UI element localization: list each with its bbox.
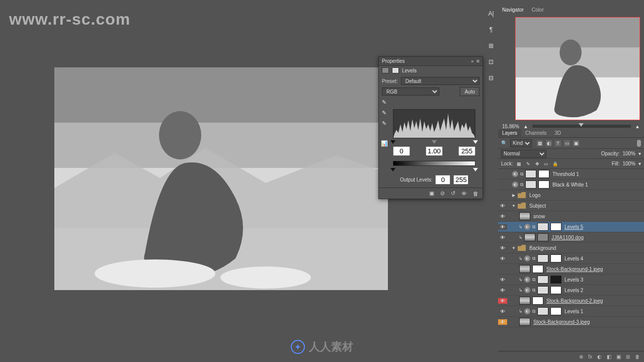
lock-paint-icon[interactable]: ✎ xyxy=(525,161,531,167)
properties-footer-icon-0[interactable]: ▣ xyxy=(429,190,434,197)
properties-footer-icon-4[interactable]: 🗑 xyxy=(473,191,478,197)
layer-name[interactable]: Levels 3 xyxy=(565,277,583,283)
layers-footer-icon-6[interactable]: 🗑 xyxy=(635,354,640,359)
layers-footer-icon-5[interactable]: ⊞ xyxy=(626,354,630,359)
layer-name[interactable]: snow xyxy=(533,214,545,219)
layer-thumbnail[interactable] xyxy=(537,223,548,231)
layer-visibility-toggle[interactable]: 👁 xyxy=(498,288,507,293)
output-gradient[interactable] xyxy=(393,161,475,166)
layer-row-7[interactable]: 👁▼Background xyxy=(498,243,644,253)
toolstrip-icon-0[interactable]: A| xyxy=(486,9,496,18)
layer-row-6[interactable]: 👁↳JJ8A1100.dog xyxy=(498,232,644,243)
white-eyedropper-icon[interactable]: ✎ xyxy=(382,120,386,127)
layer-row-10[interactable]: 👁↳◐⧉Levels 3 xyxy=(498,275,644,285)
layer-name[interactable]: Logo xyxy=(529,193,540,198)
layer-thumbnail[interactable] xyxy=(519,297,530,305)
filter-pixel-icon[interactable]: ▦ xyxy=(537,140,543,146)
layer-list[interactable]: ◐⧉Threshold 1◐⧉Black & White 1▶Logo👁▼Sub… xyxy=(498,169,644,351)
properties-footer-icon-2[interactable]: ↺ xyxy=(451,190,455,197)
toolstrip-icon-2[interactable]: ⊞ xyxy=(486,41,496,50)
layer-name[interactable]: Threshold 1 xyxy=(552,171,579,177)
layer-name[interactable]: Levels 4 xyxy=(565,256,583,261)
layer-thumbnail[interactable] xyxy=(537,307,548,315)
filter-shape-icon[interactable]: ▭ xyxy=(564,140,570,146)
filter-adjust-icon[interactable]: ◐ xyxy=(546,140,552,146)
link-icon[interactable]: ⧉ xyxy=(519,182,524,188)
output-black-field[interactable] xyxy=(435,175,450,185)
layer-visibility-toggle[interactable]: 👁 xyxy=(498,203,507,209)
layer-visibility-toggle[interactable]: 👁 xyxy=(498,235,507,240)
properties-footer-icon-3[interactable]: 👁 xyxy=(461,191,467,197)
lock-artboard-icon[interactable]: ▭ xyxy=(543,161,549,167)
tab-channels[interactable]: Channels xyxy=(521,129,550,137)
layer-thumbnail[interactable] xyxy=(525,170,536,178)
layer-row-2[interactable]: ▶Logo xyxy=(498,190,644,201)
layer-visibility-toggle[interactable]: 👁 xyxy=(498,245,507,251)
link-icon[interactable]: ⧉ xyxy=(531,309,536,314)
output-white-field[interactable] xyxy=(453,175,468,185)
layer-mask-thumbnail[interactable] xyxy=(537,233,548,241)
layer-row-3[interactable]: 👁▼Subject xyxy=(498,201,644,211)
tab-navigator[interactable]: Navigator xyxy=(498,6,528,14)
properties-menu-icon[interactable]: ≡ xyxy=(476,58,479,64)
layer-row-9[interactable]: Stock-Background-1.jpeg xyxy=(498,264,644,275)
link-icon[interactable]: ⧉ xyxy=(519,171,524,177)
channel-select[interactable]: RGB xyxy=(382,87,439,96)
blend-mode-select[interactable]: Normal xyxy=(501,150,546,158)
layer-mask-thumbnail[interactable] xyxy=(550,223,561,231)
layer-row-13[interactable]: 👁↳◐⧉Levels 1 xyxy=(498,306,644,317)
link-icon[interactable]: ⧉ xyxy=(531,288,536,293)
gray-eyedropper-icon[interactable]: ✎ xyxy=(382,110,386,116)
tab-color[interactable]: Color xyxy=(528,6,548,14)
layer-row-5[interactable]: 👁↳◐⧉Levels 5 xyxy=(498,222,644,232)
link-icon[interactable]: ⧉ xyxy=(531,256,536,261)
histogram[interactable] xyxy=(393,109,475,138)
zoom-out-icon[interactable]: ▲ xyxy=(523,124,528,129)
layer-row-8[interactable]: 👁↳◐⧉Levels 4 xyxy=(498,253,644,264)
layer-visibility-toggle[interactable]: 👁 xyxy=(498,224,507,230)
preset-select[interactable]: Default xyxy=(401,77,479,85)
filter-icon[interactable]: 🔍 xyxy=(501,140,507,146)
link-icon[interactable]: ⧉ xyxy=(531,277,536,283)
auto-button[interactable]: Auto xyxy=(460,87,479,96)
zoom-in-icon[interactable]: ▲ xyxy=(635,124,640,129)
output-black-slider[interactable] xyxy=(390,168,395,171)
group-disclosure-icon[interactable]: ▶ xyxy=(511,193,516,198)
layer-row-12[interactable]: 👁Stock-Background-2.jpeg xyxy=(498,296,644,306)
layer-visibility-toggle[interactable]: 👁 xyxy=(498,309,507,314)
filter-toggle[interactable] xyxy=(637,140,641,147)
layers-footer-icon-1[interactable]: fx xyxy=(588,354,592,359)
layer-visibility-toggle[interactable]: 👁 xyxy=(498,256,507,261)
properties-collapse-icon[interactable]: » xyxy=(471,59,473,64)
tab-3d[interactable]: 3D xyxy=(550,129,565,137)
layer-mask-thumbnail[interactable] xyxy=(550,276,561,284)
group-disclosure-icon[interactable]: ▼ xyxy=(511,246,516,250)
document-canvas[interactable] xyxy=(54,67,388,290)
layer-row-11[interactable]: 👁↳◐⧉Levels 2 xyxy=(498,285,644,296)
layer-name[interactable]: Subject xyxy=(529,203,546,209)
layer-mask-thumbnail[interactable] xyxy=(532,265,543,273)
layer-visibility-toggle[interactable]: 👁 xyxy=(498,214,507,219)
layer-name[interactable]: JJ8A1100.dog xyxy=(551,235,584,240)
group-disclosure-icon[interactable]: ▼ xyxy=(511,204,516,208)
opacity-value[interactable]: 100% xyxy=(622,151,635,156)
layer-thumbnail[interactable] xyxy=(537,286,548,294)
layers-footer-icon-3[interactable]: ◧ xyxy=(607,354,611,359)
layer-name[interactable]: Black & White 1 xyxy=(552,182,588,188)
tab-layers[interactable]: Layers xyxy=(498,129,521,137)
layer-thumbnail[interactable] xyxy=(519,212,530,220)
layer-thumbnail[interactable] xyxy=(525,180,536,189)
input-black-field[interactable] xyxy=(393,146,410,156)
layers-footer-icon-4[interactable]: ▣ xyxy=(616,354,621,359)
opacity-dropdown-icon[interactable]: ▾ xyxy=(638,151,641,156)
zoom-slider[interactable] xyxy=(532,125,631,128)
zoom-value[interactable]: 15.86% xyxy=(502,124,519,129)
toolstrip-icon-3[interactable]: ⊡ xyxy=(486,57,496,66)
layer-row-1[interactable]: ◐⧉Black & White 1 xyxy=(498,179,644,190)
histogram-warning-icon[interactable]: 📊 xyxy=(381,140,388,147)
layer-name[interactable]: Stock-Background-3.jpeg xyxy=(533,319,590,325)
output-white-slider[interactable] xyxy=(473,168,478,171)
layer-visibility-toggle[interactable]: 👁 xyxy=(498,277,507,283)
layer-row-14[interactable]: 👁Stock-Background-3.jpeg xyxy=(498,317,644,327)
layer-name[interactable]: Background xyxy=(529,245,556,251)
